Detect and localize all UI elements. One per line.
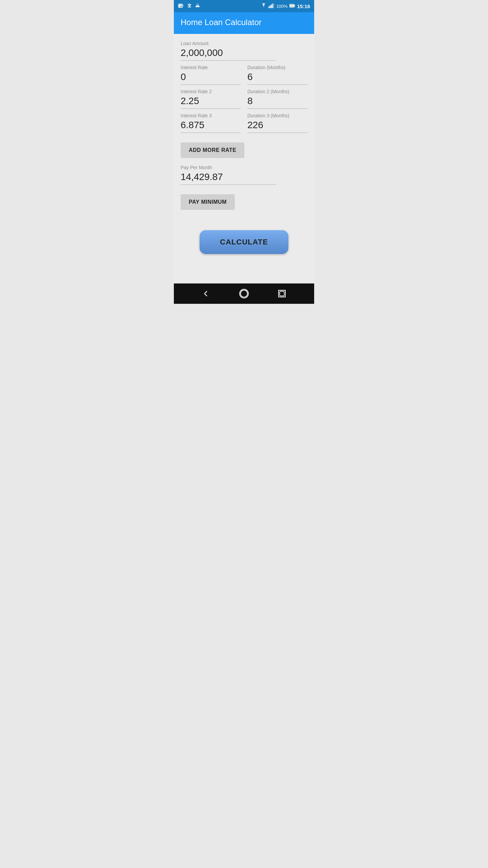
svg-rect-10 [270,5,271,8]
status-left: 100 [178,3,200,10]
duration1-label: Duration (Months) [247,65,307,70]
calculate-section: CALCULATE [181,230,307,254]
interest-rate2-value[interactable]: 2.25 [181,96,241,109]
home-button[interactable] [239,289,249,298]
duration1-group: Duration (Months) 6 [247,65,307,85]
loan-amount-label: Loan Amount [181,41,307,46]
battery-100-icon: 100 [178,3,184,10]
main-content: Loan Amount 2,000,000 Interest Rate 0 Du… [174,34,314,283]
duration3-value[interactable]: 226 [247,120,307,133]
duration2-group: Duration 2 (Months) 8 [247,89,307,109]
loan-amount-group: Loan Amount 2,000,000 [181,41,307,61]
rate1-duration1-row: Interest Rate 0 Duration (Months) 6 [181,65,307,85]
svg-rect-16 [294,5,295,6]
recent-button[interactable] [278,290,286,297]
svg-rect-9 [269,6,270,8]
duration1-value[interactable]: 6 [247,72,307,85]
rate3-duration3-row: Interest Rate 3 6.875 Duration 3 (Months… [181,113,307,133]
svg-rect-19 [280,291,285,296]
pay-per-month-value[interactable]: 14,429.87 [181,172,276,185]
app-bar: Home Loan Calculator [174,12,314,34]
battery-charging-icon: ⚡ [289,3,296,9]
svg-point-7 [197,4,197,5]
interest-rate3-label: Interest Rate 3 [181,113,241,118]
duration3-group: Duration 3 (Months) 226 [247,113,307,133]
interest-rate3-group: Interest Rate 3 6.875 [181,113,241,133]
pay-per-month-label: Pay Per Month [181,165,307,170]
add-more-rate-button[interactable]: ADD MORE RATE [181,142,244,158]
interest-rate2-group: Interest Rate 2 2.25 [181,89,241,109]
interest-rate3-value[interactable]: 6.875 [181,120,241,133]
status-right: 100% ⚡ 15:16 [261,3,310,9]
nav-bar [174,283,314,304]
status-bar: 100 [174,0,314,12]
usb-icon [187,3,192,10]
interest-rate1-label: Interest Rate [181,65,241,70]
interest-rate1-group: Interest Rate 0 [181,65,241,85]
back-button[interactable] [202,290,210,297]
interest-rate2-label: Interest Rate 2 [181,89,241,94]
rate2-duration2-row: Interest Rate 2 2.25 Duration 2 (Months)… [181,89,307,109]
pay-minimum-button[interactable]: PAY MINIMUM [181,194,235,210]
loan-amount-value[interactable]: 2,000,000 [181,47,276,61]
duration3-label: Duration 3 (Months) [247,113,307,118]
duration2-value[interactable]: 8 [247,96,307,109]
duration2-label: Duration 2 (Months) [247,89,307,94]
app-title: Home Loan Calculator [181,18,307,27]
svg-rect-12 [272,3,273,8]
debug-icon [195,3,200,10]
svg-rect-11 [271,4,272,8]
calculate-button[interactable]: CALCULATE [200,230,288,254]
signal-icon [268,3,274,9]
svg-text:100: 100 [180,5,183,7]
wifi-icon [261,3,267,9]
svg-point-18 [241,290,248,297]
pay-per-month-group: Pay Per Month 14,429.87 [181,165,307,185]
svg-rect-13 [273,3,274,8]
interest-rate1-value[interactable]: 0 [181,72,241,85]
battery-percent: 100% [276,4,287,9]
svg-point-8 [198,4,199,5]
svg-text:⚡: ⚡ [291,4,293,7]
time-display: 15:16 [297,3,310,9]
